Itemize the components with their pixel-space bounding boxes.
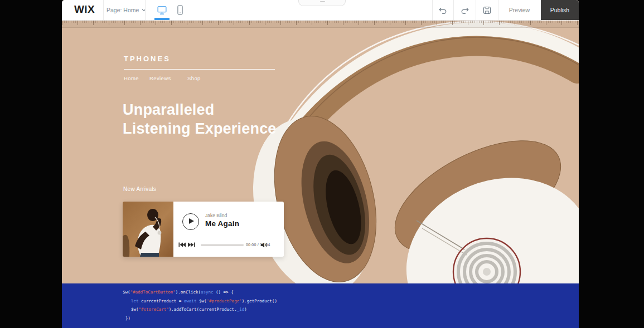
hero-headline-line2: Listening Experience <box>123 119 277 138</box>
collapsed-top-dropdown[interactable] <box>298 0 346 6</box>
track-artist: Jake Blind <box>205 213 227 218</box>
chevron-down-icon <box>142 8 146 12</box>
save-floppy-icon <box>482 6 492 15</box>
toolbar-divider <box>103 0 104 20</box>
nav-link-home[interactable]: Home <box>124 75 139 81</box>
selected-view-indicator <box>154 18 170 20</box>
mobile-view-toggle[interactable] <box>172 0 188 20</box>
undo-icon <box>438 6 448 14</box>
wix-logo: WiX <box>74 3 95 16</box>
save-button[interactable] <box>476 0 498 20</box>
play-button[interactable] <box>182 213 199 230</box>
site-canvas: TPHONES Home Reviews Shop Unparalleled L… <box>62 20 579 328</box>
player-panel: Jake Blind Me Again <box>173 202 284 257</box>
chevron-down-icon <box>320 1 325 2</box>
nav-link-shop[interactable]: Shop <box>187 75 201 81</box>
desktop-view-toggle[interactable] <box>152 0 171 20</box>
hero-headline-line1: Unparalleled <box>123 100 277 119</box>
code-panel: $w("#addToCartButton").onClick(async () … <box>62 283 579 328</box>
site-hero-section: TPHONES Home Reviews Shop Unparalleled L… <box>62 20 579 328</box>
editor-ruler <box>62 20 579 28</box>
play-icon <box>189 218 194 224</box>
next-track-icon[interactable] <box>188 242 195 247</box>
volume-icon[interactable] <box>261 242 267 248</box>
redo-button[interactable] <box>454 0 476 20</box>
page-selector-dropdown[interactable]: Page: Home <box>106 0 146 20</box>
page-selector-label: Page: Home <box>106 7 139 13</box>
desktop-monitor-icon <box>157 6 167 15</box>
music-player-card[interactable]: Jake Blind Me Again <box>123 202 284 257</box>
track-title: Me Again <box>205 219 239 228</box>
redo-icon <box>460 6 469 14</box>
publish-button[interactable]: Publish <box>541 0 579 20</box>
preview-button[interactable]: Preview <box>498 0 541 20</box>
nav-link-reviews[interactable]: Reviews <box>149 75 171 81</box>
progress-bar[interactable] <box>201 244 244 246</box>
mobile-phone-icon <box>177 5 183 15</box>
previous-track-icon[interactable] <box>178 242 186 247</box>
wix-editor-window: WiX Page: Home <box>62 0 579 328</box>
site-brand-logo: TPHONES <box>124 55 171 63</box>
brand-underline <box>124 69 275 70</box>
code-block: $w("#addToCartButton").onClick(async () … <box>123 288 277 322</box>
screenshot-stage: WiX Page: Home <box>0 0 644 328</box>
runner-photo <box>123 202 173 257</box>
new-arrivals-label: New Arrivals <box>123 186 156 192</box>
hero-headline: Unparalleled Listening Experience <box>123 100 277 138</box>
toolbar-divider <box>145 0 146 20</box>
undo-button[interactable] <box>433 0 453 20</box>
track-artwork-photo <box>123 202 173 257</box>
